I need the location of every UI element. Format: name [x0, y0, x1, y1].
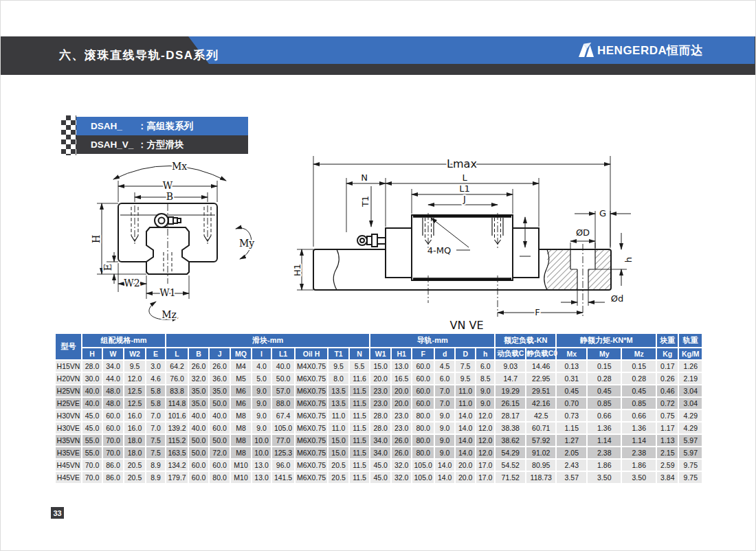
value-cell: 60.0 [412, 361, 434, 372]
value-cell: 134.2 [166, 460, 188, 471]
value-cell: 0.15 [588, 361, 621, 372]
dim-label-h1: H1 [293, 264, 302, 276]
value-cell: 4.6 [146, 373, 165, 384]
value-cell: 8.0 [329, 373, 348, 384]
value-cell: 32.0 [392, 460, 411, 471]
value-cell: 1.36 [622, 423, 656, 434]
value-cell: 11.5 [350, 460, 369, 471]
value-cell: 14.0 [435, 472, 454, 483]
value-cell: 80.0 [412, 435, 434, 446]
value-cell: 72.0 [210, 447, 230, 458]
value-cell: 0.46 [657, 385, 678, 396]
value-cell: 10.0 [252, 447, 271, 458]
value-cell: 18.0 [124, 435, 145, 446]
value-cell: 40.0 [189, 410, 208, 421]
value-cell: 86.0 [103, 472, 123, 483]
value-cell: 20.5 [329, 460, 348, 471]
value-cell: 16.5 [392, 373, 411, 384]
value-cell: 11.5 [350, 385, 369, 396]
value-cell: 9.0 [252, 385, 271, 396]
value-cell: 28.0 [370, 410, 390, 421]
value-cell: 0.45 [622, 385, 656, 396]
value-cell: 0.26 [657, 373, 678, 384]
page-title: 六、滚珠直线导轨-DSA系列 [59, 36, 219, 75]
value-cell: 60.0 [189, 472, 208, 483]
value-cell: 35.0 [189, 385, 208, 396]
value-cell: 0.45 [588, 385, 621, 396]
value-cell: 11.5 [350, 447, 369, 458]
dim-label-lmax: Lmax [447, 157, 477, 170]
dim-label-w1: W1 [159, 287, 175, 298]
value-cell: M10 [231, 460, 251, 471]
value-cell: 70.0 [103, 447, 123, 458]
value-cell: 70.0 [103, 435, 123, 446]
value-cell: 0.45 [557, 385, 586, 396]
value-cell: 1.14 [622, 435, 656, 446]
value-cell: 115.2 [166, 435, 188, 446]
value-cell: 12.0 [476, 435, 494, 446]
value-cell: 11.0 [456, 398, 475, 409]
value-cell: M6 [231, 385, 251, 396]
value-cell: 0.28 [622, 373, 656, 384]
value-cell: 35.0 [210, 385, 230, 396]
value-cell: 23.0 [392, 410, 411, 421]
value-cell: 60.71 [526, 423, 555, 434]
value-cell: M4X0.75 [296, 361, 327, 372]
value-cell: M6X0.75 [296, 385, 327, 396]
brand-logo: HENGERDA恒而达 [578, 39, 703, 61]
model-cell: H25VE [56, 398, 81, 409]
dim-label-n: N [361, 172, 368, 183]
value-cell: 9.0 [476, 385, 494, 396]
dim-label-mq: 4-MQ [427, 245, 451, 256]
model-cell: H30VE [56, 423, 81, 434]
dim-label-g: G [599, 208, 606, 218]
value-cell: 50.0 [189, 447, 208, 458]
column-header: Oil H [296, 348, 327, 359]
value-cell: 60.0 [412, 385, 434, 396]
value-cell: 13.0 [252, 472, 271, 483]
catalog-page: 六、滚珠直线导轨-DSA系列 HENGERDA恒而达 DSAH_：高组装系列 D… [0, 0, 756, 551]
value-cell: 13.0 [252, 460, 271, 471]
value-cell: 9.03 [496, 361, 525, 372]
value-cell: 9.5 [456, 373, 475, 384]
value-cell: 26.0 [392, 435, 411, 446]
value-cell: 1.13 [657, 435, 678, 446]
value-cell: 19.29 [496, 385, 525, 396]
value-cell: 0.13 [557, 361, 586, 372]
value-cell: 14.0 [456, 423, 475, 434]
value-cell: 0.31 [557, 373, 586, 384]
model-cell: H45VE [56, 472, 81, 483]
value-cell: 4.5 [435, 361, 454, 372]
value-cell: 3.04 [679, 385, 702, 396]
value-cell: 9.0 [476, 398, 494, 409]
value-cell: 7.5 [146, 435, 165, 446]
value-cell: 105.0 [412, 460, 434, 471]
column-group-model: 型号 [56, 334, 81, 359]
value-cell: 54.29 [496, 447, 525, 458]
value-cell: 5.0 [252, 373, 271, 384]
dim-label-h: H [91, 235, 102, 243]
value-cell: 20.0 [370, 373, 390, 384]
value-cell: 34.0 [370, 435, 390, 446]
value-cell: 60.0 [210, 460, 230, 471]
value-cell: 96.0 [272, 460, 294, 471]
table-row: H30VN45.060.016.07.0101.640.040.0M89.067… [56, 410, 702, 421]
value-cell: 4.29 [679, 423, 702, 434]
value-cell: 40.0 [82, 385, 102, 396]
dim-label-e: E [102, 264, 113, 271]
value-cell: 55.0 [82, 435, 102, 446]
value-cell: 48.0 [103, 385, 123, 396]
model-cell: H20VN [56, 373, 81, 384]
dim-label-w: W [163, 180, 173, 191]
value-cell: 86.0 [103, 460, 123, 471]
column-group-moment: 静额力矩-KN*M [557, 334, 656, 347]
value-cell: 12.0 [476, 447, 494, 458]
spec-table: 型号 组配规格-mm 滑块-mm 导轨-mm 额定负载-KN 静额力矩-KN*M… [54, 333, 703, 484]
value-cell: 2.43 [557, 460, 586, 471]
value-cell: 45.0 [370, 472, 390, 483]
value-cell: 5.97 [679, 435, 702, 446]
value-cell: 80.0 [412, 423, 434, 434]
value-cell: 34.0 [370, 447, 390, 458]
value-cell: 6.0 [476, 361, 494, 372]
value-cell: 14.0 [435, 460, 454, 471]
